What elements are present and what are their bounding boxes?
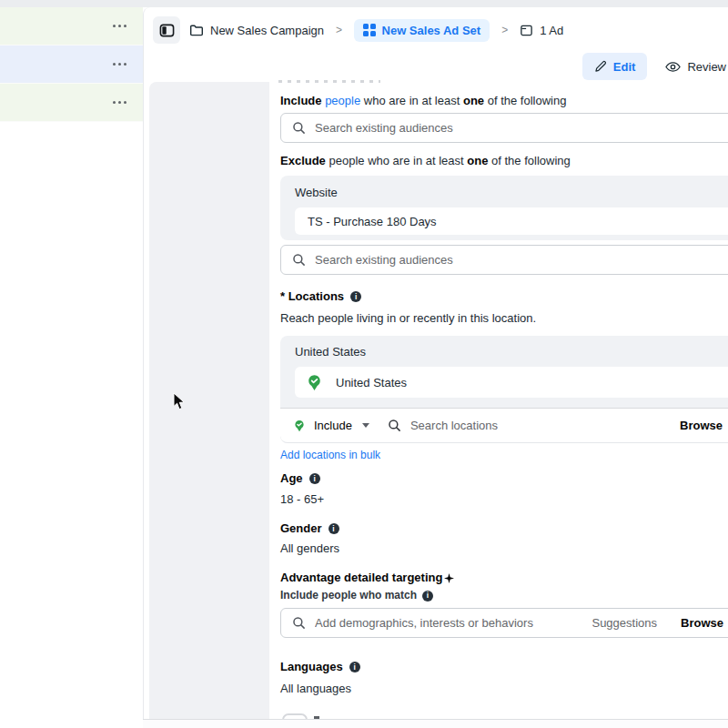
breadcrumb-adset-label: New Sales Ad Set: [382, 24, 481, 37]
include-word: Include: [280, 94, 322, 107]
include-match-label: Include people who match: [280, 590, 417, 602]
exclude-audience-search[interactable]: [280, 245, 728, 275]
scrolled-text-remnant: [278, 80, 380, 83]
languages-label-row: Languages: [280, 660, 728, 674]
excluded-category-label: Website: [295, 186, 728, 200]
eye-icon: [665, 59, 681, 75]
adset-grid-icon: [363, 24, 376, 36]
locations-description: Reach people living in or recently in th…: [280, 311, 728, 325]
include-audience-search[interactable]: [280, 113, 728, 143]
browse-locations-button[interactable]: Browse: [680, 419, 723, 432]
languages-label: Languages: [280, 660, 343, 674]
exclude-word: Exclude: [280, 154, 326, 167]
languages-value: All languages: [280, 682, 728, 695]
include-match-label-row: Include people who match: [280, 590, 728, 602]
age-label: Age: [280, 471, 303, 486]
gender-label: Gender: [280, 521, 322, 536]
review-button[interactable]: Review: [665, 59, 726, 75]
table-row[interactable]: [0, 46, 143, 84]
locations-box: United States United States Include Brow…: [280, 336, 728, 443]
table-row[interactable]: [0, 7, 143, 46]
locations-label-row: * Locations: [280, 289, 728, 304]
info-icon[interactable]: [349, 662, 360, 672]
adset-edit-form: Include people who are in at least one o…: [280, 80, 728, 726]
search-icon: [292, 121, 306, 135]
excluded-audience-name: TS - Purchase 180 Days: [308, 215, 437, 228]
location-search-input[interactable]: [410, 419, 680, 432]
info-icon[interactable]: [350, 291, 361, 302]
breadcrumb: New Sales Campaign > New Sales Ad Set > …: [153, 13, 728, 47]
breadcrumb-item-campaign[interactable]: New Sales Campaign: [189, 23, 324, 37]
location-search-row: Include Browse: [280, 408, 728, 443]
pencil-icon: [594, 60, 607, 73]
info-icon[interactable]: [309, 473, 320, 484]
advantage-plus-icon: [444, 573, 454, 583]
row-menu-icon[interactable]: [113, 101, 127, 105]
search-icon: [388, 419, 401, 432]
browse-targeting-button[interactable]: Browse: [681, 616, 723, 630]
campaigns-table: [0, 7, 143, 122]
breadcrumb-separator: >: [499, 24, 511, 36]
breadcrumb-campaign-label: New Sales Campaign: [210, 24, 324, 37]
locations-label: * Locations: [280, 289, 344, 304]
info-icon[interactable]: [422, 591, 433, 602]
sidebar-panel-icon: [159, 23, 175, 38]
gender-value: All genders: [280, 541, 728, 555]
table-row[interactable]: [0, 84, 143, 122]
advantage-targeting-title: Advantage detailed targeting: [280, 571, 728, 585]
excluded-audiences-box: Website TS - Purchase 180 Days: [280, 176, 728, 240]
include-exclude-dropdown[interactable]: Include: [293, 419, 369, 432]
locations-box-title: United States: [295, 345, 728, 359]
panel-footer-area: [143, 720, 728, 728]
detailed-targeting-search[interactable]: Suggestions Browse: [280, 608, 728, 638]
folder-icon: [189, 23, 204, 37]
include-dropdown-label: Include: [314, 419, 352, 432]
excluded-audience-item[interactable]: TS - Purchase 180 Days: [295, 207, 728, 235]
people-link[interactable]: people: [325, 94, 360, 107]
edit-button[interactable]: Edit: [582, 53, 648, 80]
chevron-down-icon: [362, 423, 369, 428]
gender-label-row: Gender: [280, 521, 728, 536]
ad-frame-icon: [520, 24, 533, 37]
info-icon[interactable]: [329, 523, 339, 534]
panel-left-gutter: [149, 82, 269, 719]
panel-toggle-button[interactable]: [153, 16, 180, 44]
review-button-label: Review: [687, 60, 726, 74]
age-label-row: Age: [280, 471, 728, 486]
location-pin-icon: [293, 420, 306, 432]
include-audience-rule: Include people who are in at least one o…: [280, 94, 728, 108]
add-locations-bulk-link[interactable]: Add locations in bulk: [280, 449, 380, 461]
row-menu-icon[interactable]: [113, 63, 127, 66]
row-menu-icon[interactable]: [113, 25, 127, 28]
breadcrumb-ad-label: 1 Ad: [540, 24, 563, 37]
panel-actions: Edit Review: [582, 51, 728, 82]
search-icon: [292, 253, 306, 267]
exclude-audience-rule: Exclude people who are in at least one o…: [280, 154, 728, 168]
search-icon: [292, 616, 306, 630]
include-audience-search-input[interactable]: [315, 121, 728, 135]
edit-button-label: Edit: [613, 60, 636, 74]
breadcrumb-separator: >: [333, 24, 345, 36]
selected-location-item[interactable]: United States: [295, 367, 728, 398]
exclude-audience-search-input[interactable]: [315, 253, 728, 267]
age-value: 18 - 65+: [280, 492, 728, 506]
app-top-edge: [0, 0, 728, 7]
selected-location-name: United States: [336, 376, 407, 389]
breadcrumb-item-ad[interactable]: 1 Ad: [520, 24, 563, 37]
suggestions-button[interactable]: Suggestions: [592, 616, 657, 630]
location-pin-icon: [306, 374, 323, 391]
detailed-targeting-input[interactable]: [315, 616, 582, 630]
breadcrumb-item-adset[interactable]: New Sales Ad Set: [354, 19, 490, 42]
